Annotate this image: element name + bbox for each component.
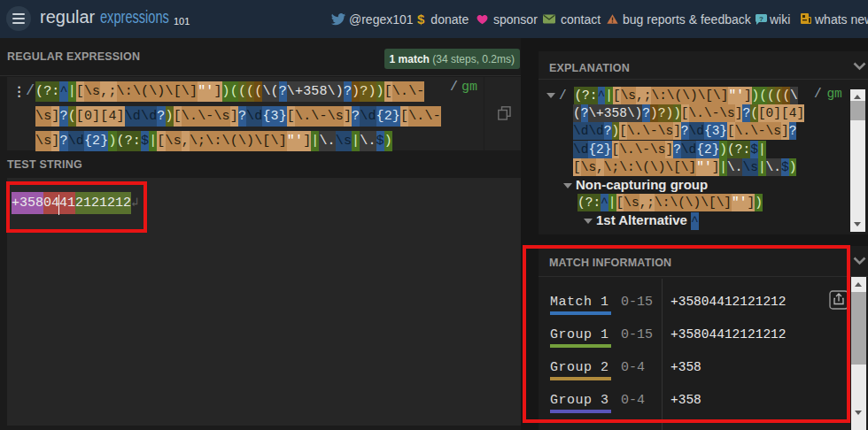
svg-text:?: ? [759,14,763,22]
